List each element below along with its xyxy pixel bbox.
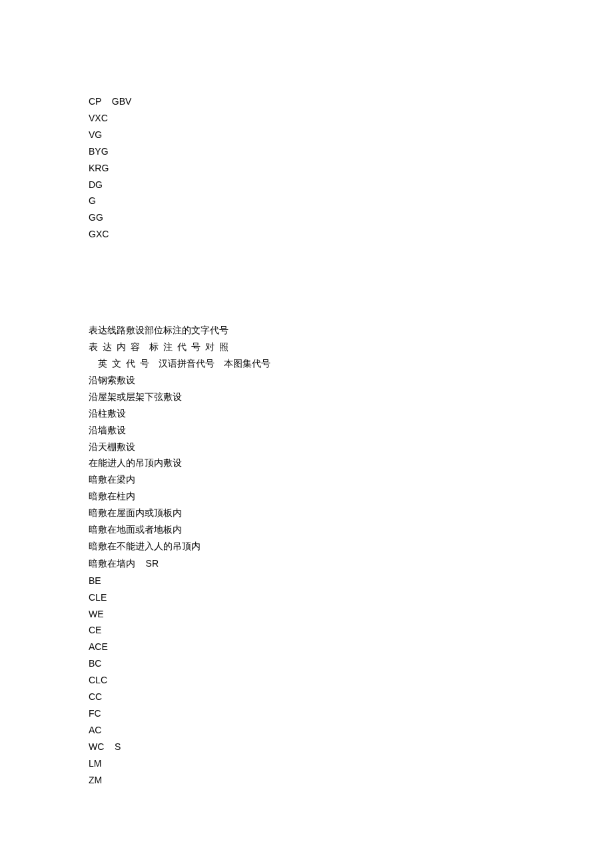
text-line: 表达线路敷设部位标注的文字代号 bbox=[89, 323, 613, 339]
text-line: GXC bbox=[89, 226, 613, 243]
text-line: LM bbox=[89, 755, 613, 772]
section-gap bbox=[89, 243, 613, 323]
text-line: BE bbox=[89, 573, 613, 589]
text-line: CLE bbox=[89, 589, 613, 606]
text-line: WC S bbox=[89, 739, 613, 755]
text-line: 暗敷在柱内 bbox=[89, 489, 613, 505]
text-line: GG bbox=[89, 209, 613, 226]
text-line: VXC bbox=[89, 110, 613, 127]
text-line: 暗敷在地面或者地板内 bbox=[89, 522, 613, 539]
text-line: 表 达 内 容 标 注 代 号 对 照 bbox=[89, 339, 613, 356]
text-line: 暗敷在墙内 SR bbox=[89, 555, 613, 573]
text-line: 沿墙敷设 bbox=[89, 423, 613, 439]
document-content: CP GBVVXCVGBYGKRGDGGGGGXC表达线路敷设部位标注的文字代号… bbox=[89, 93, 613, 789]
text-line: 沿天棚敷设 bbox=[89, 439, 613, 456]
text-line: 沿钢索敷设 bbox=[89, 373, 613, 389]
text-line: 沿屋架或层架下弦敷设 bbox=[89, 389, 613, 406]
text-line: CLC bbox=[89, 672, 613, 689]
text-line: 沿柱敷设 bbox=[89, 406, 613, 423]
text-line: 暗敷在屋面内或顶板内 bbox=[89, 505, 613, 522]
text-line: 暗敷在梁内 bbox=[89, 472, 613, 489]
text-line: CE bbox=[89, 622, 613, 639]
text-line: AC bbox=[89, 722, 613, 739]
text-line: G bbox=[89, 193, 613, 209]
text-line: CP GBV bbox=[89, 93, 613, 110]
text-line: 在能进人的吊顶内敷设 bbox=[89, 455, 613, 472]
text-line: FC bbox=[89, 705, 613, 722]
text-line: BYG bbox=[89, 143, 613, 160]
text-line: ACE bbox=[89, 639, 613, 655]
text-line: DG bbox=[89, 177, 613, 193]
text-line: CC bbox=[89, 689, 613, 705]
text-line: 暗敷在不能进入人的吊顶内 bbox=[89, 539, 613, 555]
text-line: ZM bbox=[89, 772, 613, 789]
text-line: 英 文 代 号 汉语拼音代号 本图集代号 bbox=[89, 356, 613, 373]
text-line: KRG bbox=[89, 160, 613, 177]
text-line: WE bbox=[89, 606, 613, 623]
text-line: BC bbox=[89, 655, 613, 672]
text-line: VG bbox=[89, 127, 613, 143]
